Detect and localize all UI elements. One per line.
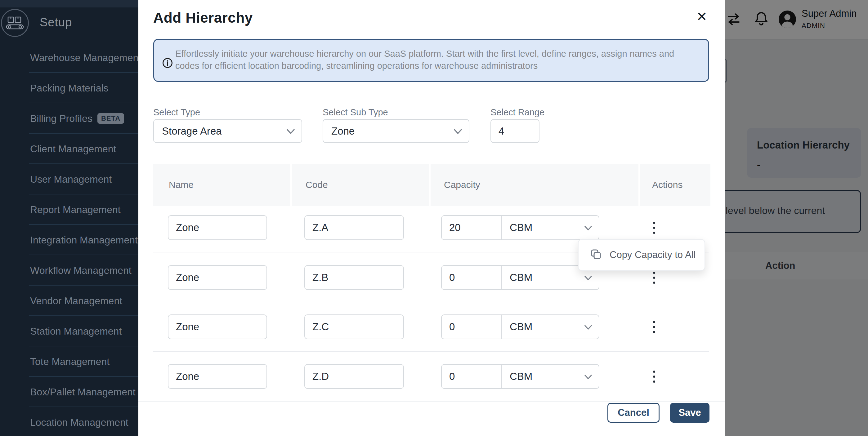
code-input[interactable] — [304, 265, 404, 290]
select-type-dropdown[interactable]: Storage Area — [153, 119, 302, 143]
chevron-down-icon — [287, 129, 295, 135]
column-header-actions: Actions — [640, 164, 710, 206]
capacity-unit-dropdown[interactable]: CBM — [502, 315, 599, 339]
footer-divider — [138, 401, 725, 402]
code-input[interactable] — [304, 364, 404, 389]
sidebar-item-user-management[interactable]: User Management — [0, 164, 138, 194]
capacity-input[interactable] — [442, 216, 502, 240]
row-actions-menu-icon[interactable] — [645, 365, 663, 387]
app-screen: Super Admin ADMIN Location Hierarchy - l… — [0, 0, 868, 436]
sidebar-item-workflow-management[interactable]: Workflow Management — [0, 255, 138, 286]
capacity-input[interactable] — [442, 315, 502, 339]
select-type-label: Select Type — [153, 107, 200, 118]
sidebar-title: Setup — [40, 16, 72, 29]
sidebar-item-station-management[interactable]: Station Management — [0, 316, 138, 346]
add-hierarchy-modal: Add Hierarchy ✕ Effortlessly initiate yo… — [138, 0, 725, 436]
sidebar-item-packing-materials[interactable]: Packing Materials — [0, 73, 138, 103]
sidebar-item-vendor-management[interactable]: Vendor Management — [0, 286, 138, 316]
sidebar-item-warehouse-management[interactable]: Warehouse Management — [0, 42, 138, 73]
sidebar-item-box-pallet-management[interactable]: Box/Pallet Management — [0, 377, 138, 407]
name-input[interactable] — [168, 314, 267, 339]
capacity-group: CBM — [441, 265, 599, 290]
select-range-label: Select Range — [491, 107, 545, 118]
capacity-unit-dropdown[interactable]: CBM — [502, 216, 599, 240]
sidebar-item-location-management[interactable]: Location Management — [0, 407, 138, 436]
close-icon[interactable]: ✕ — [692, 7, 712, 27]
name-input[interactable] — [168, 364, 267, 389]
select-sub-type-label: Select Sub Type — [322, 107, 388, 118]
row-actions-menu-icon[interactable] — [645, 316, 663, 338]
sidebar: Setup Warehouse Management Packing Mater… — [0, 0, 138, 436]
row-divider — [153, 302, 709, 302]
row-actions-menu-icon[interactable] — [645, 216, 663, 239]
sidebar-item-client-management[interactable]: Client Management — [0, 134, 138, 164]
cancel-button[interactable]: Cancel — [608, 403, 659, 423]
code-input[interactable] — [304, 314, 404, 339]
capacity-group: CBM — [441, 314, 599, 339]
sidebar-item-billing-profiles[interactable]: Billing ProfilesBETA — [0, 103, 138, 134]
hierarchy-row-4: CBM — [138, 364, 725, 389]
copy-icon — [590, 249, 601, 261]
name-input[interactable] — [168, 265, 267, 290]
code-input[interactable] — [304, 215, 404, 240]
modal-title: Add Hierarchy — [153, 9, 253, 26]
capacity-input[interactable] — [442, 266, 502, 289]
copy-capacity-menu-item[interactable]: Copy Capacity to All — [578, 239, 705, 271]
row-divider — [153, 351, 709, 352]
save-button[interactable]: Save — [670, 403, 710, 423]
sidebar-menu: Warehouse Management Packing Materials B… — [0, 42, 138, 436]
chevron-down-icon — [585, 375, 592, 381]
hierarchy-row-3: CBM — [138, 314, 725, 339]
chevron-down-icon — [585, 276, 592, 282]
sidebar-top-strip — [0, 0, 138, 7]
sidebar-item-report-management[interactable]: Report Management — [0, 194, 138, 225]
setup-logo-icon — [1, 9, 29, 37]
sidebar-item-integration-management[interactable]: Integration Management — [0, 225, 138, 255]
chevron-down-icon — [585, 325, 592, 331]
sidebar-item-tote-management[interactable]: Tote Management — [0, 346, 138, 377]
beta-badge: BETA — [97, 113, 124, 124]
name-input[interactable] — [168, 215, 267, 240]
info-banner-text: Effortlessly initiate your warehouse hie… — [175, 48, 700, 72]
column-header-code: Code — [292, 164, 429, 206]
capacity-group: CBM — [441, 364, 599, 389]
chevron-down-icon — [585, 226, 592, 232]
chevron-down-icon — [454, 129, 462, 135]
capacity-unit-dropdown[interactable]: CBM — [502, 365, 599, 388]
info-icon — [162, 58, 173, 69]
column-header-capacity: Capacity — [431, 164, 639, 206]
capacity-input[interactable] — [442, 365, 502, 388]
select-sub-type-dropdown[interactable]: Zone — [322, 119, 469, 143]
hierarchy-row-1: CBM — [138, 215, 725, 240]
column-header-name: Name — [153, 164, 290, 206]
select-range-input[interactable] — [491, 119, 539, 143]
capacity-group: CBM — [441, 215, 599, 240]
info-banner: Effortlessly initiate your warehouse hie… — [153, 39, 709, 82]
